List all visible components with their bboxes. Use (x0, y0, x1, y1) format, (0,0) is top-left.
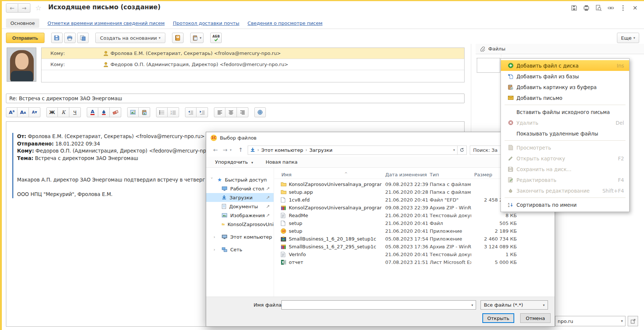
print-icon[interactable] (582, 4, 590, 12)
tab-link-delivery-protocol[interactable]: Протокол доставки почты (173, 20, 239, 26)
address-book-button[interactable] (172, 33, 184, 43)
insert-link-button[interactable] (254, 107, 266, 117)
highlight-color-button[interactable] (98, 107, 110, 117)
tab-main[interactable]: Основное (6, 19, 39, 28)
menu-item-save-to-disk[interactable]: Сохранить на диск... (501, 164, 629, 174)
forward-button[interactable]: → (18, 3, 30, 13)
breadcrumb[interactable]: › Этот компьютер › Загрузки ▾ (248, 146, 458, 155)
recipient-row[interactable]: Кому: Федоров О.П. (Администрация, Дирек… (42, 59, 464, 70)
chevron-expanded-icon[interactable]: › (209, 177, 214, 182)
chevron-down-icon[interactable]: ▾ (471, 303, 473, 307)
paste-image-button[interactable] (139, 107, 150, 117)
sort-ascending-icon[interactable]: ^ (344, 172, 347, 176)
favorite-star-icon[interactable]: ☆ (35, 4, 42, 12)
file-row[interactable]: VerInfo21.06.2020 20:41Текстовый докум..… (274, 251, 555, 258)
bold-button[interactable]: Ж (46, 107, 58, 117)
print-button[interactable] (64, 33, 76, 43)
back-button[interactable]: ← (6, 3, 18, 13)
menu-item-show-deleted-files[interactable]: Показывать удаленные файлы (501, 128, 629, 139)
align-center-button[interactable] (225, 107, 237, 117)
menu-item-edit[interactable]: РедактироватьF4 (501, 174, 629, 185)
dialog-forward-button[interactable]: → (220, 147, 230, 153)
save-icon[interactable] (570, 4, 578, 12)
account-field[interactable]: npo.ru ▾ (555, 316, 625, 326)
files-panel-selected-cell[interactable] (477, 58, 500, 73)
create-based-on-button[interactable]: Создать на основании ▾ (95, 33, 165, 43)
sidebar-item-quick-access[interactable]: › ★ Быстрый доступ (206, 175, 274, 184)
menu-item-finish-editing[interactable]: Закончить редактированиеShift+F4 (501, 185, 629, 196)
recipient-row-empty[interactable] (42, 70, 464, 82)
sidebar-item-desktop[interactable]: Рабочий стол (206, 184, 274, 193)
insert-image-button[interactable] (127, 107, 139, 117)
tab-link-change-marks[interactable]: Отметки времени изменения сведений писем (47, 20, 165, 26)
column-size[interactable]: Размер (474, 172, 492, 177)
file-row[interactable]: 1С setup21.06.2020 20:41Приложение2 189 … (274, 227, 555, 235)
dialog-up-button[interactable]: ↑ (236, 147, 245, 153)
cancel-button[interactable]: Отмена (520, 313, 551, 323)
file-row[interactable]: X отчет07.08.2023 21:51Лист Microsoft Ex… (274, 258, 555, 266)
column-date[interactable]: Дата изменения (385, 172, 427, 177)
menu-item-insert-original-files[interactable]: Вставить файлы исходного письма (501, 107, 629, 117)
font-color-button[interactable]: A (87, 107, 98, 117)
file-row[interactable]: SmallBusiness_1_6_20_189_setup1c05.08.20… (274, 235, 555, 243)
dialog-history-chevron-icon[interactable]: ▾ (230, 148, 236, 152)
dialog-back-button[interactable]: ← (211, 147, 220, 153)
paste-button[interactable]: ▾ (190, 33, 204, 43)
column-name[interactable]: Имя (281, 172, 291, 177)
new-folder-button[interactable]: Новая папка (265, 159, 297, 165)
align-right-button[interactable] (237, 107, 248, 117)
subject-input[interactable]: Re: Встреча с директором ЗАО Энергомаш (6, 94, 465, 103)
menu-item-add-file-from-disk[interactable]: Добавить файл с дискаIns (501, 60, 629, 71)
underline-button[interactable]: Ч (69, 107, 81, 117)
menu-item-sort-by-name[interactable]: АЯ Сортировать по имени (501, 199, 629, 210)
preview-icon[interactable] (595, 4, 602, 12)
recipient-row[interactable]: Кому: Фролова Е.М. (Секретариат, Секрета… (42, 48, 464, 59)
chevron-collapsed-icon[interactable]: › (214, 247, 219, 252)
font-size-decrease-button[interactable]: A▼ (29, 107, 40, 117)
send-button[interactable]: Отправить (6, 33, 44, 43)
file-row[interactable]: SmallBusiness_1_6_27_295_setup1c05.08.20… (274, 243, 555, 251)
sidebar-item-pictures[interactable]: Изображения (206, 211, 274, 220)
font-button[interactable]: Aa (6, 107, 17, 117)
menu-item-add-picture-from-clipboard[interactable]: Добавить картинку из буфера (501, 82, 629, 92)
chevron-collapsed-icon[interactable]: › (214, 235, 219, 239)
filename-input[interactable]: ▾ (281, 300, 476, 310)
menu-item-add-letter[interactable]: Добавить письмо (501, 92, 629, 103)
outdent-button[interactable] (185, 107, 196, 117)
menu-item-view[interactable]: Просмотреть (501, 142, 629, 153)
menu-item-open-card[interactable]: Открыть карточкуF2 (501, 153, 629, 164)
font-size-increase-button[interactable]: A▲ (17, 107, 29, 117)
indent-button[interactable] (196, 107, 208, 117)
tab-link-view-info[interactable]: Сведения о просмотре писем (248, 20, 323, 26)
menu-item-delete[interactable]: УдалитьDel (501, 117, 629, 128)
link-icon[interactable] (607, 4, 614, 12)
bullet-list-button[interactable] (156, 107, 168, 117)
align-left-button[interactable] (214, 107, 225, 117)
breadcrumb-this-pc[interactable]: Этот компьютер (261, 147, 303, 153)
file-row[interactable]: ReadMe21.06.2020 20:41Текстовый докум...… (274, 212, 555, 219)
refresh-button[interactable] (458, 146, 467, 155)
eraser-button[interactable] (110, 107, 121, 117)
sidebar-item-downloads[interactable]: Загрузки (206, 193, 274, 202)
spellcheck-button[interactable]: АБВ (210, 33, 222, 43)
italic-button[interactable]: К (58, 107, 69, 117)
open-card-button[interactable] (628, 316, 638, 326)
chevron-down-icon[interactable]: ▾ (621, 319, 623, 323)
sidebar-item-konsol-folder[interactable]: KonsolZaprosovUni (206, 220, 274, 229)
open-button[interactable]: Открыть (482, 313, 514, 323)
chevron-down-icon[interactable]: ▾ (453, 148, 455, 152)
sidebar-item-documents[interactable]: Документы (206, 202, 274, 211)
more-menu-icon[interactable] (619, 4, 627, 12)
close-icon[interactable]: ✕ (631, 4, 639, 12)
sidebar-item-network[interactable]: › Сеть (206, 245, 274, 254)
column-type[interactable]: Тип (430, 172, 439, 177)
save-button[interactable] (51, 33, 63, 43)
menu-item-add-file-from-base[interactable]: Добавить файл из базы (501, 71, 629, 82)
organize-button[interactable]: Упорядочить ▾ (215, 159, 253, 165)
file-filter-select[interactable]: Все файлы (*.*) ▾ (480, 300, 548, 310)
file-row[interactable]: setup21.06.2020 20:41Файл505 КБ (274, 219, 555, 227)
breadcrumb-downloads[interactable]: Загрузки (309, 147, 332, 153)
print-copy-button[interactable] (77, 33, 89, 43)
numbered-list-button[interactable]: 12 (168, 107, 179, 117)
sidebar-item-this-pc[interactable]: › Этот компьютер (206, 232, 274, 241)
